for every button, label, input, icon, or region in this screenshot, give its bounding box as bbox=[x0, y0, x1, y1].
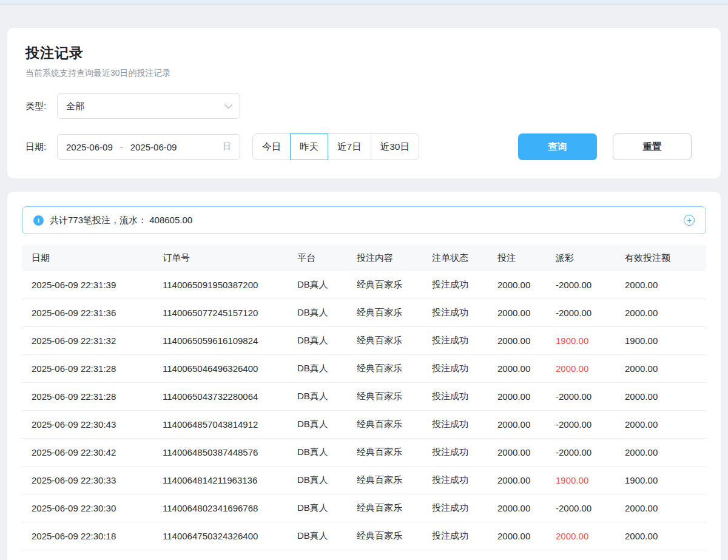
cell-platform: DB真人 bbox=[288, 439, 347, 467]
column-header: 投注 bbox=[488, 245, 546, 271]
cell-order_no: 1140064850387448576 bbox=[153, 439, 288, 467]
cell-order_no: 1140065043732280064 bbox=[153, 383, 288, 411]
records-card: i 共计773笔投注，流水： 408605.00 + 日期订单号平台投注内容注单… bbox=[7, 192, 721, 560]
cell-bet: 2000.00 bbox=[488, 467, 546, 494]
cell-status: 投注成功 bbox=[422, 271, 488, 299]
expand-plus-icon[interactable]: + bbox=[684, 215, 695, 226]
cell-bet: 2000.00 bbox=[488, 355, 546, 383]
cell-order_no: 1140064750324326400 bbox=[153, 522, 288, 550]
cell-date: 2025-06-09 22:31:39 bbox=[22, 271, 153, 299]
cell-valid_bet: 2000.00 bbox=[615, 411, 706, 439]
type-label: 类型: bbox=[25, 101, 57, 112]
quick-range-button-1[interactable]: 昨天 bbox=[290, 133, 328, 160]
cell-content: 经典百家乐 bbox=[347, 522, 422, 550]
cell-payout: -2000.00 bbox=[546, 411, 615, 439]
cell-date: 2025-06-09 22:30:18 bbox=[22, 522, 153, 550]
cell-platform: DB真人 bbox=[288, 355, 347, 383]
cell-payout: 1900.00 bbox=[546, 327, 615, 355]
cell-date: 2025-06-09 22:31:28 bbox=[22, 383, 153, 411]
reset-button[interactable]: 重置 bbox=[613, 133, 692, 160]
cell-status: 投注成功 bbox=[422, 494, 488, 522]
cell-status: 投注成功 bbox=[422, 299, 488, 327]
quick-range-button-3[interactable]: 近30日 bbox=[371, 133, 419, 160]
cell-payout: 1900.00 bbox=[546, 467, 615, 494]
calendar-icon: 日 bbox=[223, 141, 231, 152]
table-row: 2025-06-09 22:31:391140065091950387200DB… bbox=[22, 271, 706, 299]
quick-range-group: 今日昨天近7日近30日 bbox=[252, 133, 419, 160]
cell-payout: 2000.00 bbox=[546, 522, 615, 550]
date-range-picker[interactable]: 2025-06-09 - 2025-06-09 日 bbox=[57, 134, 240, 160]
table-row: 2025-06-09 22:30:431140064857043814912DB… bbox=[22, 411, 706, 439]
cell-status: 投注成功 bbox=[422, 411, 488, 439]
cell-content: 经典百家乐 bbox=[347, 327, 422, 355]
cell-order_no: 1140064814211963136 bbox=[153, 467, 288, 494]
cell-platform: DB真人 bbox=[288, 299, 347, 327]
cell-bet: 2000.00 bbox=[488, 383, 546, 411]
table-row: 2025-06-09 22:31:281140065046496326400DB… bbox=[22, 355, 706, 383]
cell-date: 2025-06-09 22:31:32 bbox=[22, 327, 153, 355]
table-body: 2025-06-09 22:31:391140065091950387200DB… bbox=[22, 271, 706, 550]
column-header: 有效投注额 bbox=[615, 245, 706, 271]
summary-text: 共计773笔投注，流水： 408605.00 bbox=[50, 215, 192, 226]
cell-bet: 2000.00 bbox=[488, 327, 546, 355]
cell-platform: DB真人 bbox=[288, 494, 347, 522]
cell-bet: 2000.00 bbox=[488, 271, 546, 299]
cell-status: 投注成功 bbox=[422, 439, 488, 467]
table-header-row: 日期订单号平台投注内容注单状态投注派彩有效投注额 bbox=[22, 245, 706, 271]
date-separator: - bbox=[120, 142, 123, 152]
cell-platform: DB真人 bbox=[288, 327, 347, 355]
cell-content: 经典百家乐 bbox=[347, 355, 422, 383]
column-header: 订单号 bbox=[153, 245, 288, 271]
filter-card: 投注记录 当前系统支持查询最近30日的投注记录 类型: 全部 日期: 2025-… bbox=[7, 28, 721, 178]
query-button[interactable]: 查询 bbox=[518, 133, 597, 160]
type-select[interactable]: 全部 bbox=[57, 93, 240, 119]
cell-content: 经典百家乐 bbox=[347, 467, 422, 494]
quick-range-button-2[interactable]: 近7日 bbox=[328, 133, 371, 160]
type-select-value: 全部 bbox=[66, 101, 84, 112]
chevron-down-icon bbox=[224, 101, 232, 109]
cell-platform: DB真人 bbox=[288, 411, 347, 439]
date-filter-row: 日期: 2025-06-09 - 2025-06-09 日 今日昨天近7日近30… bbox=[25, 133, 703, 160]
cell-date: 2025-06-09 22:30:33 bbox=[22, 467, 153, 494]
cell-content: 经典百家乐 bbox=[347, 494, 422, 522]
cell-date: 2025-06-09 22:31:36 bbox=[22, 299, 153, 327]
cell-payout: -2000.00 bbox=[546, 494, 615, 522]
date-end-value[interactable]: 2025-06-09 bbox=[130, 142, 177, 152]
cell-bet: 2000.00 bbox=[488, 522, 546, 550]
cell-date: 2025-06-09 22:31:28 bbox=[22, 355, 153, 383]
column-header: 派彩 bbox=[546, 245, 615, 271]
cell-content: 经典百家乐 bbox=[347, 439, 422, 467]
cell-payout: -2000.00 bbox=[546, 439, 615, 467]
cell-order_no: 1140065091950387200 bbox=[153, 271, 288, 299]
info-icon: i bbox=[33, 215, 44, 226]
page-title: 投注记录 bbox=[25, 44, 703, 62]
cell-status: 投注成功 bbox=[422, 327, 488, 355]
table-row: 2025-06-09 22:31:281140065043732280064DB… bbox=[22, 383, 706, 411]
cell-platform: DB真人 bbox=[288, 383, 347, 411]
cell-status: 投注成功 bbox=[422, 522, 488, 550]
cell-valid_bet: 2000.00 bbox=[615, 299, 706, 327]
cell-order_no: 1140065046496326400 bbox=[153, 355, 288, 383]
date-start-value[interactable]: 2025-06-09 bbox=[66, 142, 113, 152]
cell-status: 投注成功 bbox=[422, 355, 488, 383]
cell-valid_bet: 2000.00 bbox=[615, 383, 706, 411]
cell-payout: -2000.00 bbox=[546, 299, 615, 327]
cell-platform: DB真人 bbox=[288, 522, 347, 550]
top-strip bbox=[0, 0, 728, 5]
table-row: 2025-06-09 22:30:331140064814211963136DB… bbox=[22, 467, 706, 494]
quick-range-button-0[interactable]: 今日 bbox=[252, 133, 291, 160]
cell-valid_bet: 1900.00 bbox=[615, 467, 706, 494]
summary-banner: i 共计773笔投注，流水： 408605.00 + bbox=[22, 206, 706, 234]
cell-content: 经典百家乐 bbox=[347, 411, 422, 439]
column-header: 投注内容 bbox=[347, 245, 422, 271]
column-header: 平台 bbox=[288, 245, 347, 271]
cell-bet: 2000.00 bbox=[488, 494, 546, 522]
cell-date: 2025-06-09 22:30:43 bbox=[22, 411, 153, 439]
cell-content: 经典百家乐 bbox=[347, 271, 422, 299]
cell-valid_bet: 2000.00 bbox=[615, 522, 706, 550]
column-header: 日期 bbox=[22, 245, 153, 271]
bet-table: 日期订单号平台投注内容注单状态投注派彩有效投注额 2025-06-09 22:3… bbox=[22, 245, 706, 550]
cell-status: 投注成功 bbox=[422, 467, 488, 494]
cell-bet: 2000.00 bbox=[488, 439, 546, 467]
cell-payout: -2000.00 bbox=[546, 271, 615, 299]
